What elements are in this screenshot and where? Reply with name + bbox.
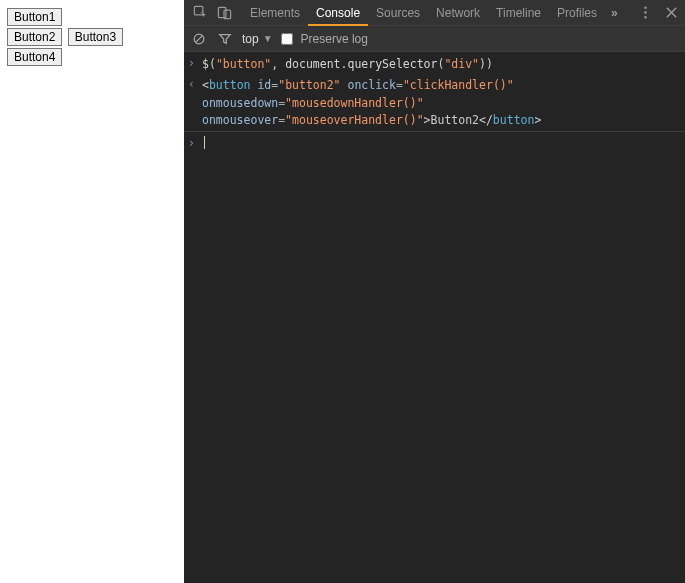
console-body[interactable]: › $("button", document.querySelector("di…	[184, 52, 685, 583]
text-caret-icon	[204, 136, 205, 149]
device-toolbar-icon[interactable]	[214, 3, 234, 23]
svg-rect-1	[218, 7, 226, 17]
tab-network[interactable]: Network	[428, 0, 488, 26]
svg-point-4	[644, 11, 646, 13]
prompt-indicator-icon: ›	[188, 136, 202, 154]
tab-timeline[interactable]: Timeline	[488, 0, 549, 26]
console-toolbar: top ▼ Preserve log	[184, 26, 685, 52]
tab-console[interactable]: Console	[308, 0, 368, 26]
tab-profiles[interactable]: Profiles	[549, 0, 605, 26]
close-icon[interactable]	[661, 3, 681, 23]
context-selector[interactable]: top	[242, 32, 259, 46]
svg-rect-0	[194, 6, 202, 14]
console-output-row: ‹ <button id="button2" onclick="clickHan…	[184, 75, 685, 131]
result-indicator-icon: ‹	[188, 77, 202, 129]
tab-elements[interactable]: Elements	[242, 0, 308, 26]
demo-button-4[interactable]: Button4	[7, 48, 62, 66]
demo-button-3[interactable]: Button3	[68, 28, 123, 46]
page-panel: Button1 Button2 Button3 Button4	[0, 0, 184, 583]
chevron-down-icon[interactable]: ▼	[263, 33, 273, 44]
clear-console-icon[interactable]	[190, 30, 208, 48]
tab-sources[interactable]: Sources	[368, 0, 428, 26]
prompt-indicator-icon: ›	[188, 56, 202, 73]
preserve-log-label: Preserve log	[301, 32, 368, 46]
console-input-expr: $("button", document.querySelector("div"…	[202, 56, 679, 73]
preserve-log-checkbox[interactable]	[281, 33, 293, 45]
console-prompt-row[interactable]: ›	[184, 132, 685, 156]
demo-button-1[interactable]: Button1	[7, 8, 62, 26]
inspect-element-icon[interactable]	[190, 3, 210, 23]
svg-point-3	[644, 7, 646, 9]
kebab-menu-icon[interactable]	[635, 3, 655, 23]
console-input[interactable]	[202, 136, 679, 154]
tabs-overflow-icon[interactable]: »	[605, 6, 624, 20]
filter-icon[interactable]	[216, 30, 234, 48]
devtools-tabbar: Elements Console Sources Network Timelin…	[184, 0, 685, 26]
devtools-panel: Elements Console Sources Network Timelin…	[184, 0, 685, 583]
console-input-row: › $("button", document.querySelector("di…	[184, 54, 685, 75]
svg-point-5	[644, 16, 646, 18]
console-output-node[interactable]: <button id="button2" onclick="clickHandl…	[202, 77, 679, 129]
demo-button-2[interactable]: Button2	[7, 28, 62, 46]
devtools-tabs: Elements Console Sources Network Timelin…	[242, 0, 635, 26]
